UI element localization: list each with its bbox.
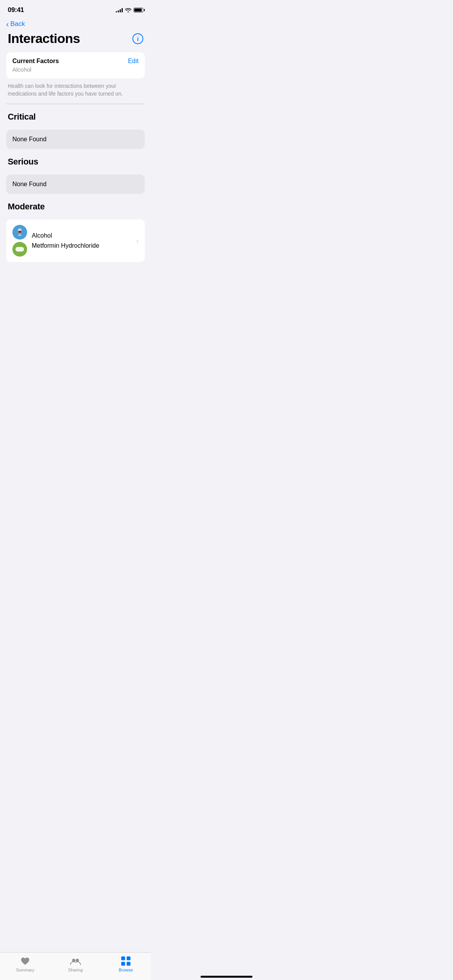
moderate-interaction-card[interactable]: 🍷 Alcohol Metformin Hydrochloride ›: [6, 219, 145, 262]
battery-icon: [134, 8, 143, 12]
page-title: Interactions: [8, 31, 80, 46]
wifi-icon: [125, 8, 131, 12]
moderate-section: Moderate: [0, 194, 151, 219]
interaction-icons: 🍷: [12, 225, 27, 257]
serious-section-title: Serious: [8, 157, 143, 167]
back-label: Back: [10, 20, 25, 28]
interaction-label-2: Metformin Hydrochloride: [32, 242, 132, 249]
signal-icon: [116, 8, 123, 12]
interaction-label-1: Alcohol: [32, 232, 132, 239]
status-time: 09:41: [8, 6, 24, 14]
chevron-right-icon: ›: [136, 237, 139, 245]
info-button[interactable]: i: [132, 33, 143, 44]
back-button[interactable]: ‹ Back: [6, 20, 25, 28]
status-icons: [116, 8, 143, 12]
card-header: Current Factors Edit: [12, 58, 139, 65]
info-icon: i: [137, 36, 139, 42]
interaction-row: 🍷 Alcohol Metformin Hydrochloride ›: [12, 225, 139, 257]
medication-icon: [12, 242, 27, 257]
serious-none-found-text: None Found: [12, 181, 46, 187]
critical-none-found-card: None Found: [6, 130, 145, 149]
back-chevron-icon: ‹: [6, 20, 9, 28]
critical-none-found-text: None Found: [12, 136, 46, 142]
critical-section: Critical: [0, 104, 151, 130]
page-header: Interactions i: [0, 29, 151, 52]
critical-section-title: Critical: [8, 112, 143, 122]
interaction-labels: Alcohol Metformin Hydrochloride: [32, 232, 132, 249]
current-factors-card: Current Factors Edit Alcohol: [6, 52, 145, 79]
alcohol-icon: 🍷: [12, 225, 27, 240]
moderate-section-title: Moderate: [8, 202, 143, 212]
edit-button[interactable]: Edit: [128, 58, 139, 65]
current-factor-value: Alcohol: [12, 66, 31, 73]
status-bar: 09:41: [0, 0, 151, 17]
nav-bar: ‹ Back: [0, 17, 151, 29]
serious-section: Serious: [0, 149, 151, 175]
pill-icon: [15, 247, 24, 252]
serious-none-found-card: None Found: [6, 175, 145, 194]
helper-text: Health can look for interactions between…: [0, 79, 151, 104]
current-factors-title: Current Factors: [12, 58, 59, 65]
